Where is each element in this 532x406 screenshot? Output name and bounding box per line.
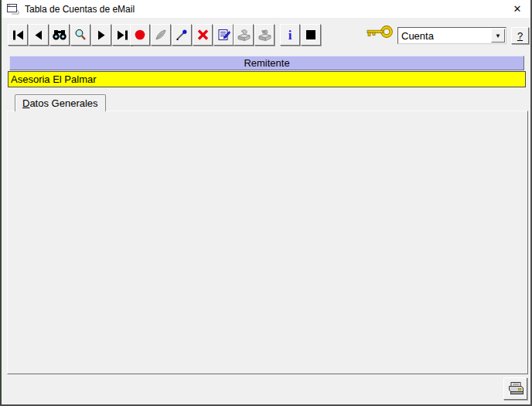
key-icon (367, 26, 393, 40)
zoom-button[interactable] (70, 24, 90, 46)
stop-icon (306, 30, 315, 39)
delete-x-icon (197, 29, 209, 40)
account-combobox[interactable]: Cuenta ▼ (397, 27, 506, 44)
tab-label: atos Generales (29, 97, 97, 109)
binoculars-icon (53, 29, 66, 40)
find-button[interactable] (49, 24, 70, 46)
account-combo-value: Cuenta (398, 30, 491, 42)
modify-record-button[interactable] (151, 24, 171, 46)
sender-field[interactable] (8, 71, 526, 87)
email-accounts-window: Tabla de Cuentas de eMail ✕ i Cuenta ▼ ?… (0, 0, 532, 406)
last-record-icon (117, 30, 128, 40)
next-record-button[interactable] (91, 24, 111, 46)
sender-header: Remitente (9, 56, 524, 70)
pick-record-button[interactable] (172, 24, 192, 46)
cancel-edit-button[interactable] (254, 24, 275, 46)
prior-record-icon (35, 30, 43, 40)
ledger-book-icon (237, 29, 251, 42)
edit-toolbar (130, 24, 234, 46)
titlebar: Tabla de Cuentas de eMail ✕ (2, 0, 530, 18)
notepad-icon (217, 29, 230, 41)
info-toolbar: i (280, 24, 322, 46)
info-icon: i (288, 29, 292, 42)
nav-toolbar (8, 24, 133, 46)
edit-form-button[interactable] (213, 24, 234, 46)
first-record-button[interactable] (8, 24, 28, 46)
prior-record-button[interactable] (29, 24, 49, 46)
info-button[interactable]: i (280, 24, 300, 46)
tab-page (7, 111, 528, 374)
close-button[interactable]: ✕ (504, 3, 530, 15)
post-edit-button[interactable] (234, 24, 254, 46)
stop-button[interactable] (301, 24, 321, 46)
help-button[interactable]: ? (511, 27, 529, 44)
post-toolbar (234, 24, 275, 46)
first-record-icon (12, 30, 24, 40)
printer-icon (507, 381, 524, 396)
ledger-book-undo-icon (257, 29, 272, 42)
chevron-down-icon[interactable]: ▼ (491, 29, 505, 43)
dropper-icon (176, 29, 188, 41)
window-title: Tabla de Cuentas de eMail (25, 4, 135, 15)
tab-datos-generales[interactable]: Datos Generales (15, 94, 106, 111)
delete-record-button[interactable] (193, 24, 213, 46)
magnifier-icon (74, 29, 87, 41)
tab-label-accelerator: D (22, 97, 29, 109)
next-record-icon (97, 30, 105, 40)
form-icon (6, 3, 19, 15)
insert-record-button[interactable] (130, 24, 150, 46)
print-button[interactable] (503, 377, 527, 400)
feather-icon (155, 29, 167, 41)
red-dot-icon (135, 29, 145, 40)
